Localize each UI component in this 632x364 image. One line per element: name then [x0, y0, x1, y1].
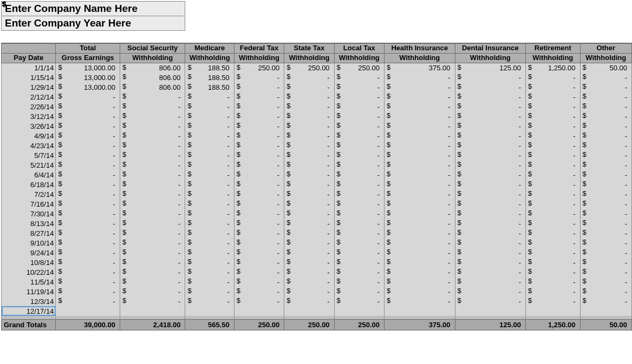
- cell[interactable]: $-: [284, 72, 334, 82]
- cell[interactable]: $-: [384, 219, 455, 228]
- cell[interactable]: $188.50: [185, 82, 234, 92]
- cell[interactable]: $-: [284, 121, 334, 131]
- cell[interactable]: $-: [526, 92, 580, 102]
- cell[interactable]: $-: [234, 296, 284, 306]
- pay-date-cell[interactable]: 7/2/14: [2, 189, 56, 199]
- cell[interactable]: [455, 306, 526, 316]
- cell[interactable]: $-: [526, 111, 580, 121]
- cell[interactable]: $-: [56, 170, 120, 180]
- cell[interactable]: $-: [580, 121, 632, 131]
- cell[interactable]: $-: [284, 296, 334, 306]
- cell[interactable]: $-: [384, 209, 455, 219]
- cell[interactable]: $-: [56, 267, 120, 277]
- cell[interactable]: $-: [56, 141, 120, 150]
- cell[interactable]: $-: [455, 248, 526, 257]
- cell[interactable]: $-: [455, 72, 526, 82]
- cell[interactable]: $-: [284, 189, 334, 199]
- cell[interactable]: $-: [526, 141, 580, 150]
- cell[interactable]: $-: [580, 72, 632, 82]
- cell[interactable]: $-: [234, 228, 284, 238]
- cell[interactable]: $-: [334, 82, 384, 92]
- cell[interactable]: $-: [56, 92, 120, 102]
- cell[interactable]: $-: [284, 150, 334, 160]
- cell[interactable]: $-: [56, 248, 120, 257]
- cell[interactable]: $-: [185, 267, 234, 277]
- cell[interactable]: $-: [120, 141, 185, 150]
- cell[interactable]: $-: [455, 238, 526, 248]
- cell[interactable]: $-: [284, 257, 334, 267]
- cell[interactable]: $-: [56, 257, 120, 267]
- cell[interactable]: $-: [580, 170, 632, 180]
- cell[interactable]: $13,000.00: [56, 63, 120, 72]
- cell[interactable]: [526, 306, 580, 316]
- cell[interactable]: $-: [284, 92, 334, 102]
- cell[interactable]: $-: [284, 199, 334, 209]
- cell[interactable]: $-: [284, 160, 334, 170]
- cell[interactable]: $-: [185, 287, 234, 296]
- cell[interactable]: $-: [234, 141, 284, 150]
- cell[interactable]: $188.50: [185, 72, 234, 82]
- cell[interactable]: $-: [334, 209, 384, 219]
- cell[interactable]: $13,000.00: [56, 82, 120, 92]
- cell[interactable]: $-: [334, 199, 384, 209]
- cell[interactable]: $-: [334, 180, 384, 189]
- cell[interactable]: $-: [384, 228, 455, 238]
- cell[interactable]: $-: [384, 102, 455, 111]
- cell[interactable]: $-: [455, 277, 526, 287]
- cell[interactable]: $-: [185, 111, 234, 121]
- cell[interactable]: $-: [526, 102, 580, 111]
- cell[interactable]: $-: [185, 121, 234, 131]
- cell[interactable]: $-: [234, 92, 284, 102]
- cell[interactable]: $-: [56, 160, 120, 170]
- cell[interactable]: $-: [455, 141, 526, 150]
- cell[interactable]: $-: [234, 170, 284, 180]
- pay-date-cell[interactable]: 6/4/14: [2, 170, 56, 180]
- cell[interactable]: $-: [234, 121, 284, 131]
- cell[interactable]: $-: [580, 219, 632, 228]
- pay-date-cell[interactable]: 4/9/14: [2, 131, 56, 141]
- cell[interactable]: $-: [234, 189, 284, 199]
- cell[interactable]: $-: [384, 150, 455, 160]
- cell[interactable]: $-: [185, 180, 234, 189]
- cell[interactable]: $250.00: [334, 63, 384, 72]
- cell[interactable]: $-: [56, 199, 120, 209]
- pay-date-cell[interactable]: 11/19/14: [2, 287, 56, 296]
- cell[interactable]: $-: [334, 189, 384, 199]
- cell[interactable]: $-: [284, 180, 334, 189]
- cell[interactable]: $-: [56, 296, 120, 306]
- cell[interactable]: $-: [56, 150, 120, 160]
- cell[interactable]: $-: [455, 131, 526, 141]
- cell[interactable]: $-: [284, 111, 334, 121]
- cell[interactable]: $-: [234, 219, 284, 228]
- cell[interactable]: $-: [120, 170, 185, 180]
- cell[interactable]: $-: [526, 131, 580, 141]
- cell[interactable]: $250.00: [234, 63, 284, 72]
- cell[interactable]: $-: [120, 180, 185, 189]
- cell[interactable]: $-: [526, 296, 580, 306]
- cell[interactable]: [334, 306, 384, 316]
- cell[interactable]: $-: [185, 296, 234, 306]
- cell[interactable]: $-: [526, 170, 580, 180]
- pay-date-cell[interactable]: 12/17/14: [2, 306, 56, 316]
- cell[interactable]: $-: [120, 287, 185, 296]
- cell[interactable]: $-: [334, 170, 384, 180]
- cell[interactable]: $-: [120, 121, 185, 131]
- cell[interactable]: $-: [56, 287, 120, 296]
- pay-date-cell[interactable]: 10/8/14: [2, 257, 56, 267]
- cell[interactable]: $-: [384, 92, 455, 102]
- cell[interactable]: $-: [284, 82, 334, 92]
- cell[interactable]: $-: [526, 238, 580, 248]
- cell[interactable]: $-: [185, 189, 234, 199]
- pay-date-cell[interactable]: 12/3/14: [2, 296, 56, 306]
- cell[interactable]: $-: [580, 160, 632, 170]
- cell[interactable]: $-: [234, 131, 284, 141]
- cell[interactable]: $-: [185, 277, 234, 287]
- cell[interactable]: $188.50: [185, 63, 234, 72]
- cell[interactable]: $-: [526, 150, 580, 160]
- cell[interactable]: $-: [334, 296, 384, 306]
- cell[interactable]: $-: [234, 209, 284, 219]
- cell[interactable]: $-: [56, 131, 120, 141]
- cell[interactable]: $-: [56, 189, 120, 199]
- pay-date-cell[interactable]: 4/23/14: [2, 141, 56, 150]
- cell[interactable]: $-: [185, 228, 234, 238]
